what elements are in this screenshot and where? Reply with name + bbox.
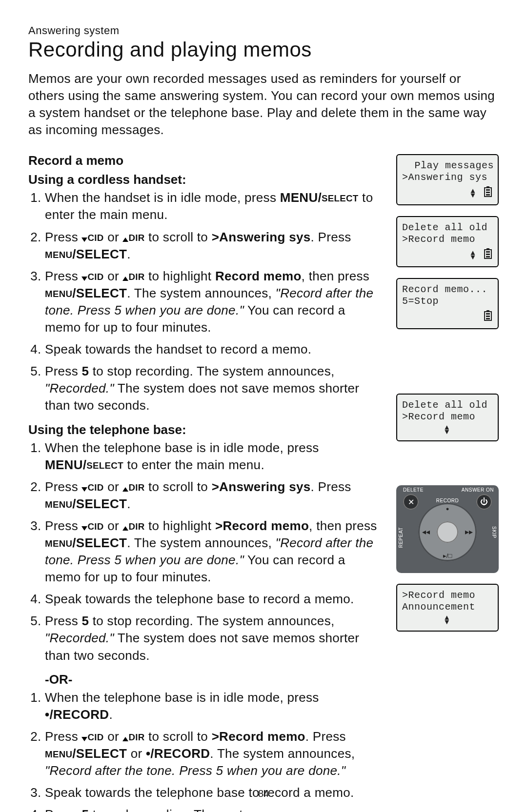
lcd-recording: Record memo... 5=Stop <box>396 278 499 329</box>
down-triangle-icon <box>81 526 87 531</box>
up-triangle-icon <box>122 737 128 741</box>
steps-base: When the telephone base is in idle mode,… <box>28 439 385 664</box>
svg-rect-13 <box>486 316 490 317</box>
handset-step-4: Speak towards the handset to record a me… <box>45 341 385 358</box>
down-triangle-icon <box>81 487 87 492</box>
up-triangle-icon <box>122 277 128 281</box>
main-column: Record a memo Using a cordless handset: … <box>28 149 385 812</box>
lcd-delete-record: Delete all old >Record memo ▲▼ <box>396 216 499 267</box>
base-step-4: Speak towards the telephone base to reco… <box>45 591 385 608</box>
svg-rect-8 <box>486 254 490 255</box>
updown-icon: ▲▼ <box>445 616 449 625</box>
updown-icon: ▲▼ <box>445 426 449 435</box>
base-step-2: Press CID or DIR to scroll to >Answering… <box>45 478 385 513</box>
down-triangle-icon <box>81 277 87 281</box>
alt-step-1: When the telephone base is in idle mode,… <box>45 689 385 723</box>
heading-record-memo: Record a memo <box>28 153 385 168</box>
updown-icon: ▲▼ <box>470 251 475 260</box>
side-column: Play messages >Answering sys ▲▼ Delete a… <box>396 149 499 812</box>
jog-wheel[interactable]: ● ◂◂ ▸▸ ▸/□ <box>418 503 477 561</box>
svg-rect-4 <box>486 194 490 196</box>
handset-step-5: Press 5 to stop recording. The system an… <box>45 363 385 414</box>
up-triangle-icon <box>122 487 128 492</box>
or-divider: -OR- <box>45 672 385 687</box>
playstop-icon: ▸/□ <box>418 552 477 559</box>
record-dot-icon: ● <box>418 506 477 512</box>
alt-step-2: Press CID or DIR to scroll to >Record me… <box>45 728 385 779</box>
svg-rect-14 <box>486 318 490 319</box>
handset-step-1: When the handset is in idle mode, press … <box>45 189 385 223</box>
base-step-5: Press 5 to stop recording. The system an… <box>45 613 385 664</box>
svg-rect-7 <box>486 251 490 253</box>
ffwd-icon: ▸▸ <box>465 527 473 536</box>
heading-using-handset: Using a cordless handset: <box>28 172 385 187</box>
page-number: 84 <box>0 788 527 799</box>
base-step-1: When the telephone base is in idle mode,… <box>45 439 385 474</box>
label-repeat: REPEAT <box>398 527 404 548</box>
updown-icon: ▲▼ <box>470 189 475 198</box>
handset-step-3: Press CID or DIR to highlight Record mem… <box>45 268 385 336</box>
down-triangle-icon <box>81 238 87 242</box>
lcd-base-record-announce: >Record memo Announcement ▲▼ <box>396 584 499 632</box>
base-step-3: Press CID or DIR to highlight >Record me… <box>45 517 385 586</box>
wheel-center-button[interactable] <box>437 521 458 543</box>
svg-rect-2 <box>486 189 490 191</box>
battery-icon <box>484 248 492 262</box>
base-control-pad: DELETE ANSWER ON ✕ ⏻ RECORD REPEAT SKIP … <box>396 485 499 573</box>
svg-rect-12 <box>486 313 490 315</box>
label-answer-on: ANSWER ON <box>462 487 494 493</box>
section-label: Answering system <box>28 24 499 37</box>
alt-step-4: Press 5 to end recording. The system ann… <box>45 806 385 812</box>
steps-handset: When the handset is in idle mode, press … <box>28 189 385 414</box>
intro-paragraph: Memos are your own recorded messages use… <box>28 70 499 139</box>
rewind-icon: ◂◂ <box>422 527 430 536</box>
battery-icon <box>484 310 492 324</box>
up-triangle-icon <box>122 238 128 242</box>
page-title: Recording and playing memos <box>28 38 499 61</box>
lcd-base-delete-record: Delete all old >Record memo ▲▼ <box>396 394 499 441</box>
svg-rect-3 <box>486 192 490 193</box>
battery-icon <box>484 186 492 200</box>
down-triangle-icon <box>81 737 87 741</box>
lcd-play-messages: Play messages >Answering sys ▲▼ <box>396 154 499 205</box>
heading-using-base: Using the telephone base: <box>28 422 385 437</box>
up-triangle-icon <box>122 526 128 531</box>
label-skip: SKIP <box>491 526 497 538</box>
svg-rect-9 <box>486 256 490 257</box>
handset-step-2: Press CID or DIR to scroll to >Answering… <box>45 229 385 263</box>
label-delete: DELETE <box>403 487 424 493</box>
